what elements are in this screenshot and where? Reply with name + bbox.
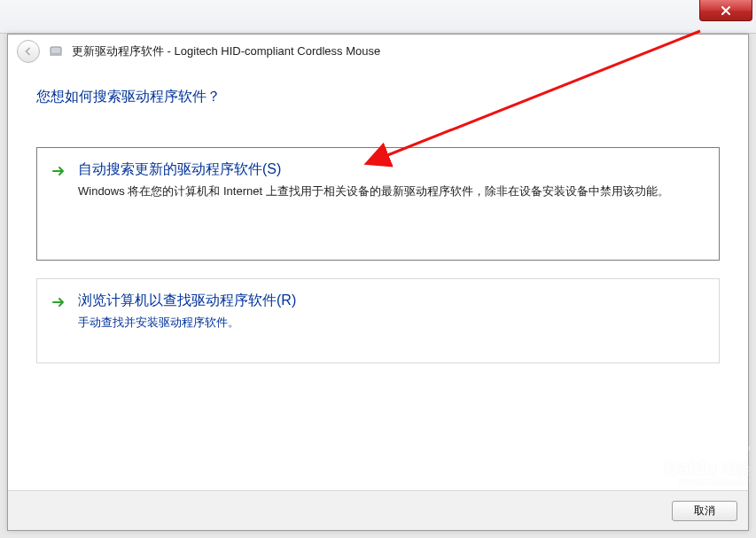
svg-rect-0 <box>51 47 61 54</box>
dialog-footer: 取消 <box>8 490 748 530</box>
dialog-title: 更新驱动程序软件 - Logitech HID-compliant Cordle… <box>72 43 380 59</box>
dialog-header: 更新驱动程序软件 - Logitech HID-compliant Cordle… <box>8 35 748 72</box>
dialog-question: 您想如何搜索驱动程序软件？ <box>36 88 720 106</box>
option-title: 自动搜索更新的驱动程序软件(S) <box>78 160 705 179</box>
background-window-top <box>0 0 756 34</box>
option-title: 浏览计算机以查找驱动程序软件(R) <box>78 292 705 310</box>
back-button[interactable] <box>17 40 40 63</box>
arrow-right-icon <box>51 164 66 178</box>
option-auto-search[interactable]: 自动搜索更新的驱动程序软件(S) Windows 将在您的计算机和 Intern… <box>36 147 720 261</box>
dialog-body: 您想如何搜索驱动程序软件？ 自动搜索更新的驱动程序软件(S) Windows 将… <box>8 72 748 490</box>
update-driver-dialog: 更新驱动程序软件 - Logitech HID-compliant Cordle… <box>7 34 749 531</box>
arrow-right-icon <box>51 295 66 309</box>
option-description: 手动查找并安装驱动程序软件。 <box>78 314 705 331</box>
close-icon <box>720 5 732 16</box>
option-browse-computer[interactable]: 浏览计算机以查找驱动程序软件(R) 手动查找并安装驱动程序软件。 <box>36 278 720 363</box>
option-description: Windows 将在您的计算机和 Internet 上查找用于相关设备的最新驱动… <box>78 183 705 200</box>
close-button[interactable] <box>699 0 752 21</box>
device-icon <box>49 44 63 58</box>
cancel-button[interactable]: 取消 <box>672 501 737 521</box>
back-arrow-icon <box>22 45 35 58</box>
svg-rect-1 <box>50 54 62 56</box>
